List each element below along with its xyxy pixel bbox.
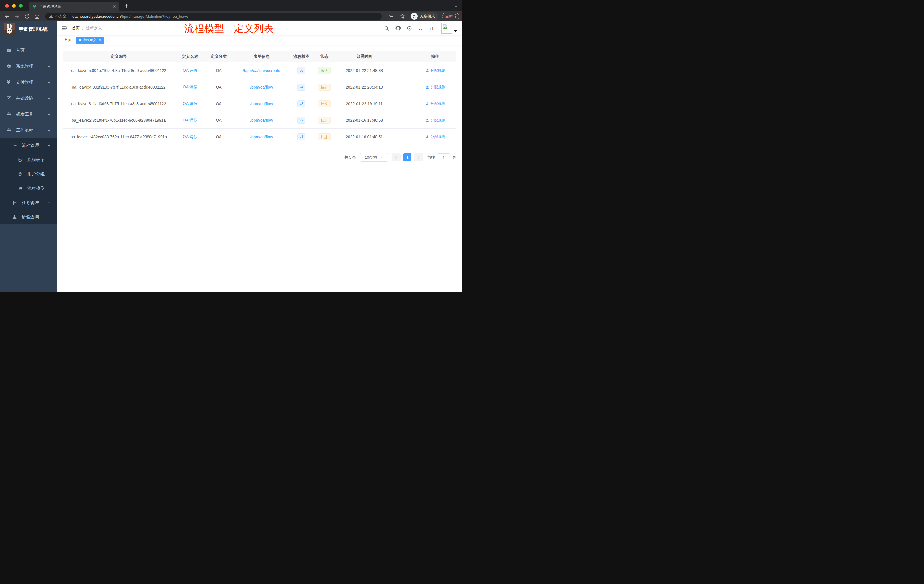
toolbar-right: 无痕模式 更新 [387, 12, 459, 20]
help-icon[interactable] [407, 26, 412, 31]
sidebar-item-toolbox-4[interactable]: 研发工具 [0, 106, 57, 122]
tab-search-chevron-icon[interactable] [454, 4, 458, 8]
minimize-window-button[interactable] [12, 4, 16, 8]
col-deploy-time: 部署时间 [337, 51, 391, 62]
browser-tab[interactable]: 芋道管理系统 [28, 2, 119, 12]
url-host: dashboard.yudao.iocoder.cn [72, 14, 121, 18]
home-icon[interactable] [34, 14, 40, 19]
browser-update-button[interactable]: 更新 [442, 13, 459, 20]
tag-home[interactable]: 首页 [62, 36, 74, 44]
assign-rule-link[interactable]: 分配规则 [425, 118, 446, 123]
table-body: oa_leave:5:004b710b-7b8a-11ec-8ef0-acde4… [63, 62, 456, 145]
incognito-icon [412, 14, 417, 18]
filler-cell [391, 112, 414, 128]
status-badge: 挂起 [318, 84, 330, 91]
address-bar[interactable]: 不安全 dashboard.yudao.iocoder.cn /bpm/mana… [45, 13, 382, 20]
zoom-window-button[interactable] [19, 4, 23, 8]
assign-rule-link[interactable]: 分配规则 [425, 84, 446, 90]
definition-category: OA [206, 112, 232, 128]
assign-rule-link[interactable]: 分配规则 [425, 68, 446, 73]
user-icon [425, 118, 429, 122]
next-page-button[interactable] [414, 153, 423, 162]
form-info-link[interactable]: /bpm/oa/flow [250, 135, 273, 139]
close-tab-icon[interactable] [112, 4, 117, 9]
filler-cell [391, 129, 414, 145]
form-info-link[interactable]: /bpm/oa/flow [250, 118, 273, 122]
table-row-2: oa_leave:4:991f2193-7b7f-11ec-a3c8-acde4… [63, 79, 456, 96]
page-number-1[interactable]: 1 [403, 153, 411, 162]
sidebar-item-robot-8[interactable]: 用户分组 [0, 167, 57, 181]
col-form-info: 表单信息 [232, 51, 291, 62]
not-secure-warning-icon[interactable] [49, 14, 53, 18]
chevron-down-icon [47, 112, 51, 116]
back-icon[interactable] [4, 14, 10, 19]
page-size-select[interactable]: 10条/页 [360, 153, 388, 162]
sidebar-item-plane-9[interactable]: 流程模型 [0, 181, 57, 195]
sidebar-item-dashboard-0[interactable]: 首页 [0, 42, 57, 58]
svg-text:T: T [431, 26, 434, 31]
col-definition-category: 定义分类 [206, 51, 232, 62]
sidebar-item-gear-1[interactable]: 系统管理 [0, 58, 57, 74]
password-key-icon[interactable] [388, 14, 393, 19]
sidebar-toggle-hamburger-icon[interactable] [61, 25, 67, 31]
logo-image [4, 23, 15, 35]
definition-table: 定义编号 定义名称 定义分类 表单信息 流程版本 状态 部署时间 操作 oa_l… [63, 51, 456, 145]
tag-process-definition[interactable]: 流程定义 × [76, 36, 104, 44]
tree-icon [12, 200, 17, 205]
assign-rule-link[interactable]: 分配规则 [425, 101, 446, 106]
chevron-down-icon [47, 81, 51, 84]
forward-icon[interactable] [14, 14, 20, 19]
definition-id: oa_leave:1:482ec033-762a-11ec-8477-a2380… [63, 129, 175, 145]
chevron-up-icon [47, 144, 51, 147]
sidebar-item-monitor-3[interactable]: 基础设施 [0, 90, 57, 106]
breadcrumb-current: 流程定义 [86, 26, 102, 31]
form-info-link[interactable]: /bpm/oa/flow [250, 101, 273, 106]
sidebar-item-yen-2[interactable]: ¥支付管理 [0, 74, 57, 90]
plane-icon [18, 186, 23, 191]
deploy-time: 2022-01-22 20:34:10 [337, 79, 391, 95]
search-icon[interactable] [384, 26, 389, 31]
dashboard-icon [6, 48, 12, 53]
close-window-button[interactable] [5, 4, 9, 8]
url-path: /bpm/manager/definition?key=oa_leave [121, 14, 188, 18]
definition-name-link[interactable]: OA 请假 [183, 101, 198, 106]
definition-id: oa_leave:2:3c1f0ef1-76b1-11ec-9c66-a2380… [63, 112, 175, 128]
browser-menu-icon[interactable] [455, 14, 456, 18]
new-tab-button[interactable] [124, 3, 129, 8]
prev-page-button[interactable] [392, 153, 401, 162]
sidebar-item-list-6[interactable]: 流程管理 [0, 138, 57, 153]
page-content: 定义编号 定义名称 定义分类 表单信息 流程版本 状态 部署时间 操作 oa_l… [57, 45, 462, 167]
filler-cell [391, 96, 414, 112]
incognito-label: 无痕模式 [420, 14, 435, 19]
definition-name-link[interactable]: OA 请假 [183, 118, 198, 123]
bookmark-star-icon[interactable] [400, 14, 405, 19]
form-info-link[interactable]: /bpm/oa/flow [250, 85, 273, 89]
goto-page-input[interactable] [437, 153, 450, 162]
incognito-badge: 无痕模式 [410, 12, 438, 20]
user-menu[interactable] [441, 23, 457, 34]
sidebar-item-toolbox-5[interactable]: 工作流程 [0, 122, 57, 138]
font-size-icon[interactable]: TT [429, 26, 436, 31]
definition-name-link[interactable]: OA 请假 [183, 134, 198, 139]
assign-rule-link[interactable]: 分配规则 [425, 134, 446, 139]
definition-name-link[interactable]: OA 请假 [183, 68, 198, 73]
avatar-broken-image-icon [441, 23, 452, 34]
svg-text:¥: ¥ [7, 80, 10, 85]
github-icon[interactable] [395, 25, 401, 31]
logo-row[interactable]: 芋道管理系统 [0, 21, 57, 37]
version-badge: v4 [297, 84, 306, 91]
sidebar-item-user-11[interactable]: 请假查询 [0, 210, 57, 224]
definition-name-link[interactable]: OA 请假 [183, 84, 198, 90]
chevron-down-icon [380, 156, 383, 159]
col-process-version: 流程版本 [291, 51, 312, 62]
reload-icon[interactable] [24, 14, 30, 19]
pagination: 共 5 条 10条/页 1 前往 页 [63, 153, 456, 162]
close-tag-icon[interactable]: × [98, 38, 102, 42]
sidebar-item-tree-10[interactable]: 任务管理 [0, 195, 57, 210]
chevron-down-icon [47, 201, 51, 205]
form-info-link[interactable]: /bpm/oa/leave/create [243, 68, 280, 73]
breadcrumb: 首页 / 流程定义 [72, 26, 102, 31]
breadcrumb-home[interactable]: 首页 [72, 26, 80, 31]
fullscreen-icon[interactable] [418, 26, 423, 31]
sidebar-item-form-7[interactable]: 流程表单 [0, 153, 57, 167]
